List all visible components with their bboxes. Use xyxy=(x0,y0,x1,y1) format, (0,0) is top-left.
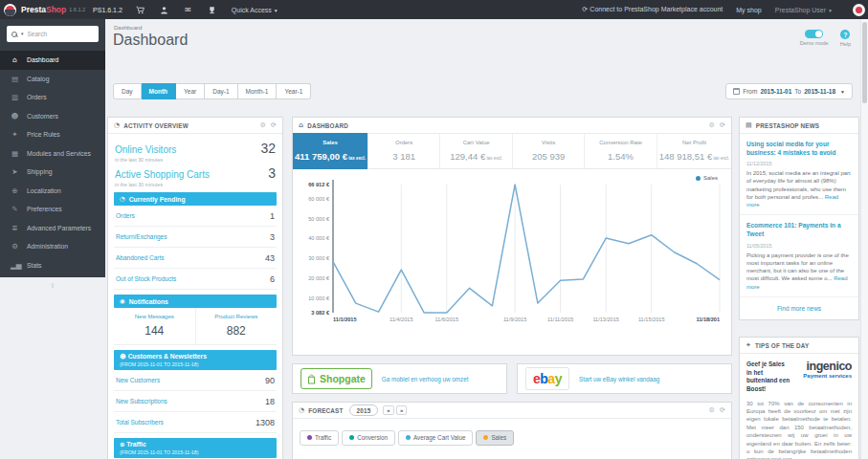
range-button-month[interactable]: Month xyxy=(142,83,177,99)
online-visitors-link[interactable]: Online Visitors xyxy=(115,144,176,155)
shopping-bag-icon xyxy=(307,374,316,384)
forecast-filter-conversion[interactable]: Conversion xyxy=(342,430,395,446)
kpi-tab-net-profit[interactable]: Net Profit148 918,51 € tax excl. xyxy=(657,134,731,168)
ingenico-logo[interactable]: ingenico Payment services xyxy=(794,361,852,394)
kpi-tab-orders[interactable]: Orders3 181 xyxy=(368,134,440,168)
panel-refresh-icon[interactable]: ⟳ xyxy=(271,121,277,129)
kpi-tab-sales[interactable]: Sales411 759,00 € tax excl. xyxy=(293,133,368,169)
prestashop-logo[interactable] xyxy=(4,4,16,16)
sidebar-item-catalog[interactable]: ▤Catalog xyxy=(0,70,105,89)
activity-row-link[interactable]: Orders xyxy=(116,212,135,219)
sidebar-collapse-button[interactable]: ‖ xyxy=(0,274,105,295)
clock-icon: ◔ xyxy=(114,121,120,129)
read-more-link[interactable]: Read more xyxy=(746,275,848,289)
sidebar-item-label: Customers xyxy=(27,113,58,120)
forecast-filter-traffic[interactable]: Traffic xyxy=(300,430,339,446)
sidebar-item-localization[interactable]: ⊕Localization xyxy=(0,182,105,201)
trophy-icon[interactable] xyxy=(208,6,216,14)
currently-pending-header: ◔ Currently Pending xyxy=(114,192,277,206)
forecast-filter-average-cart-value[interactable]: Average Cart Value xyxy=(398,430,473,446)
range-button-month-1[interactable]: Month-1 xyxy=(238,83,278,99)
read-more-link[interactable]: Read more xyxy=(746,194,838,208)
sidebar-item-shipping[interactable]: ➤Shipping xyxy=(0,163,105,182)
sidebar-search: ▼ xyxy=(7,26,99,42)
ebay-logo[interactable]: ebay xyxy=(525,367,569,390)
range-button-day-1[interactable]: Day-1 xyxy=(205,83,237,99)
search-input[interactable] xyxy=(27,31,94,37)
find-more-news-link[interactable]: Find more news xyxy=(740,297,858,319)
article-title[interactable]: Ecommerce 101: Payments in a Tweet xyxy=(746,222,852,238)
sidebar-item-price-rules[interactable]: ✦Price Rules xyxy=(0,125,105,144)
notification-cell[interactable]: Product Reviews882 xyxy=(195,308,278,344)
range-button-year[interactable]: Year xyxy=(176,83,205,99)
forecast-year-badge[interactable]: 2015 xyxy=(349,404,379,416)
sidebar-item-preferences[interactable]: ✎Preferences xyxy=(0,200,105,219)
my-shop-link[interactable]: My shop xyxy=(736,7,761,13)
help-button[interactable]: ? Help xyxy=(840,30,851,47)
sidebar-item-advanced-parameters[interactable]: ≣Advanced Parameters xyxy=(0,219,105,238)
tip-headline[interactable]: Geef je Sales in het buitenland een Boos… xyxy=(746,361,790,394)
orders-icon: ▥ xyxy=(11,93,19,101)
panel-settings-icon[interactable]: ⚙ xyxy=(708,406,714,414)
kpi-tab-visits[interactable]: Visits205 939 xyxy=(513,134,585,168)
range-button-day[interactable]: Day xyxy=(113,83,142,99)
article-excerpt: In 2015, social media are an integral pa… xyxy=(746,169,852,208)
sidebar-item-stats[interactable]: ▂▅Stats xyxy=(0,256,105,275)
messages-icon[interactable]: ✉ xyxy=(184,6,192,14)
brand-name[interactable]: PrestaShop xyxy=(21,5,66,14)
article-title[interactable]: Using social media for your business: 4 … xyxy=(746,141,852,157)
toggle-icon[interactable] xyxy=(805,30,823,38)
sidebar-menu: ⌂Dashboard▤Catalog▥Orders☻Customers✦Pric… xyxy=(0,51,105,274)
forecast-prev-button[interactable]: « xyxy=(383,405,394,415)
notification-cell[interactable]: New Messages144 xyxy=(114,308,195,344)
activity-row-link[interactable]: Total Subscribers xyxy=(116,419,164,426)
panel-settings-icon[interactable]: ⚙ xyxy=(708,121,714,129)
employee-icon[interactable] xyxy=(160,6,168,14)
active-carts-link[interactable]: Active Shopping Carts xyxy=(115,169,210,180)
kpi-tab-conversion-rate[interactable]: Conversion Rate1.54% xyxy=(585,134,657,168)
help-icon[interactable]: ? xyxy=(840,30,850,39)
activity-row-link[interactable]: Out of Stock Products xyxy=(116,275,176,282)
activity-row-link[interactable]: Return/Exchanges xyxy=(116,233,167,240)
traffic-header: ⊕ Traffic (FROM 2015-11-01 TO 2015-11-18… xyxy=(114,438,277,458)
search-scope-caret[interactable]: ▼ xyxy=(20,32,24,36)
quick-access-menu[interactable]: Quick Access▼ xyxy=(232,7,278,13)
panel-refresh-icon[interactable]: ⟳ xyxy=(720,406,725,414)
panel-settings-icon[interactable]: ⚙ xyxy=(259,121,265,129)
cart-icon[interactable] xyxy=(136,6,145,14)
marketplace-link[interactable]: ⟳ Connect to PrestaShop Marketplace acco… xyxy=(582,6,723,13)
pending-rows: Orders1Return/Exchanges3Abandoned Carts4… xyxy=(114,206,277,290)
sidebar-item-administration[interactable]: ⚙Administration xyxy=(0,237,105,256)
range-button-year-1[interactable]: Year-1 xyxy=(277,83,311,99)
activity-row-link[interactable]: Abandoned Carts xyxy=(116,254,165,261)
forecast-next-button[interactable]: » xyxy=(396,405,408,415)
filter-dot xyxy=(483,435,488,440)
chart-legend[interactable]: Sales xyxy=(696,175,718,181)
sidebar-item-orders[interactable]: ▥Orders xyxy=(0,88,105,107)
svg-text:11/15/2015: 11/15/2015 xyxy=(638,317,665,322)
scrollbar-thumb[interactable] xyxy=(862,22,867,103)
demo-mode-toggle[interactable]: Demo mode xyxy=(800,30,829,47)
notifications-header: ◉ Notifications xyxy=(114,295,277,308)
page-title: Dashboard xyxy=(113,32,188,49)
sidebar-item-dashboard[interactable]: ⌂Dashboard xyxy=(0,51,105,70)
panel-refresh-icon[interactable]: ⟳ xyxy=(720,121,725,129)
shopgate-logo[interactable]: Shopgate xyxy=(300,368,372,389)
activity-row-link[interactable]: New Customers xyxy=(116,377,160,383)
ebay-ad-link[interactable]: Start uw eBay winkel vandaag xyxy=(579,376,659,382)
forecast-filter-sales[interactable]: Sales xyxy=(476,430,514,446)
active-carts-value: 3 xyxy=(268,165,276,181)
breadcrumb[interactable]: Dashboard xyxy=(114,25,142,31)
user-menu[interactable]: PrestaShop User▼ xyxy=(775,7,833,13)
svg-text:11/9/2015: 11/9/2015 xyxy=(503,317,526,322)
activity-row-link[interactable]: New Subscriptions xyxy=(116,398,167,404)
sidebar-item-modules-and-services[interactable]: ▦Modules and Services xyxy=(0,144,105,164)
shopgate-ad-link[interactable]: Ga mobiel en verhoog uw omzet xyxy=(382,376,469,382)
sidebar-item-customers[interactable]: ☻Customers xyxy=(0,107,105,126)
news-article: Ecommerce 101: Payments in a Tweet11/05/… xyxy=(740,215,858,296)
prestashop-admin: PrestaShop 1.6.1.2 PS1.6.1.2 ✉ Quick Acc… xyxy=(0,0,868,459)
user-avatar[interactable] xyxy=(853,4,865,16)
sidebar-item-label: Administration xyxy=(27,243,68,250)
date-range-picker[interactable]: From2015-11-01 To2015-11-18 ▼ xyxy=(725,83,853,99)
kpi-tab-cart-value[interactable]: Cart Value129,44 € tax excl. xyxy=(440,134,512,168)
